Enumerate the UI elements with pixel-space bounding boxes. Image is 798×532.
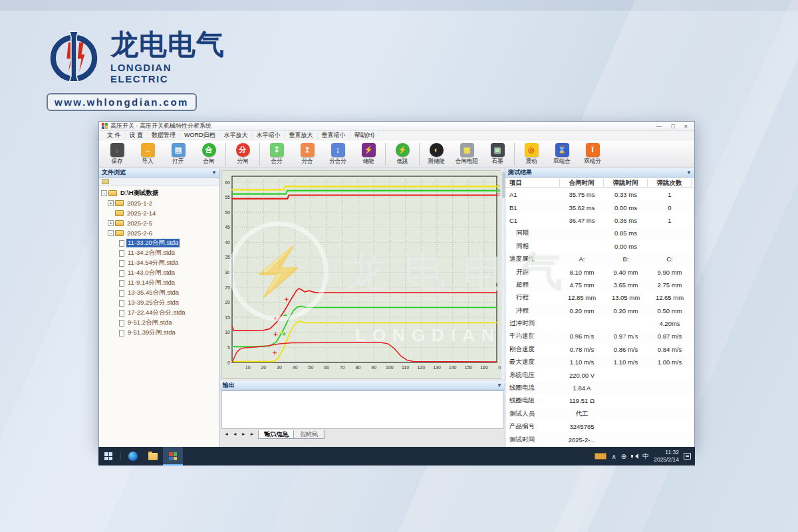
toolbar-button-双端合[interactable]: ⌛双端合: [547, 143, 577, 166]
collapse-icon[interactable]: [108, 210, 114, 216]
tree-folder[interactable]: +2025-1-2: [101, 198, 219, 208]
tree-file[interactable]: 9-51.2合闸.stda: [101, 318, 219, 328]
table-row[interactable]: 线圈电流1.84 A: [505, 382, 694, 394]
row-label: 测试时间: [505, 436, 560, 444]
input-method-indicator[interactable]: 中: [642, 452, 649, 461]
window-titlebar[interactable]: 高压开关 - 高压开关机械特性分析系统 — □ ×: [99, 122, 694, 131]
maximize-button[interactable]: □: [671, 123, 674, 130]
analysis-app-button[interactable]: [163, 447, 183, 466]
table-row[interactable]: 同期0.85 ms: [505, 227, 694, 239]
chevron-down-icon[interactable]: ▼: [686, 170, 692, 176]
tab-断口信息[interactable]: 断口信息: [258, 430, 295, 439]
collapse-icon[interactable]: -: [101, 190, 107, 196]
toolbar-button-震动[interactable]: ◎震动: [516, 143, 547, 166]
tree-file[interactable]: 11-9.14分闸.stda: [101, 278, 219, 288]
toolbar-button-分合[interactable]: ↥分合: [292, 143, 323, 166]
waveform-chart[interactable]: 1020304050607080901001101201301401501600…: [221, 170, 503, 379]
table-row[interactable]: 测试时间2025-2-...: [505, 433, 694, 446]
start-button[interactable]: [98, 447, 118, 466]
table-row[interactable]: 刚合速度0.78 m/s0.86 m/s0.84 m/s: [505, 343, 694, 356]
chevron-down-icon[interactable]: ▼: [211, 170, 217, 176]
tree-file[interactable]: 13-39.25合分.stda: [101, 298, 219, 308]
collapse-icon[interactable]: -: [108, 230, 114, 236]
toolbar-button-label: 分闸: [237, 158, 249, 166]
tree-file[interactable]: 11-43.0合闸.stda: [101, 268, 219, 278]
tree-folder[interactable]: 2025-2-14: [101, 208, 219, 218]
table-row[interactable]: 开距8.10 mm9.40 mm9.90 mm: [505, 265, 694, 278]
tree-file[interactable]: 13-35.45合闸.stda: [101, 288, 219, 298]
table-row[interactable]: 平均速度0.86 m/s0.97 m/s0.87 m/s: [505, 330, 694, 342]
edge-browser-button[interactable]: [123, 447, 143, 466]
menu-item-8[interactable]: 帮助(H): [350, 131, 380, 140]
taskbar-clock[interactable]: 11:32 2025/2/14: [654, 449, 679, 463]
table-row[interactable]: 速度属性A:B:C:: [505, 253, 694, 265]
speaker-icon[interactable]: [631, 453, 638, 460]
network-icon[interactable]: ⊕: [621, 453, 626, 460]
toolbar-button-双端分[interactable]: Ї双端分: [577, 143, 608, 166]
table-row[interactable]: C136.47 ms0.36 ms1: [505, 214, 694, 227]
tab-nav-arrows[interactable]: ◄ ◄ ► ►: [224, 430, 256, 436]
minimize-button[interactable]: —: [656, 123, 662, 130]
table-row[interactable]: 行程12.85 mm13.05 mm12.65 mm: [505, 291, 694, 304]
tree-file-label: 11-33.20合闸.stda: [126, 239, 180, 247]
table-row[interactable]: 过冲时间4.20ms: [505, 317, 694, 330]
file-explorer-button[interactable]: [143, 447, 163, 466]
toolbar-button-分合分[interactable]: ↨分合分: [323, 143, 353, 166]
tree-folder[interactable]: +2025-2-5: [101, 218, 219, 228]
chevron-down-icon[interactable]: ▼: [497, 382, 502, 388]
menu-item-4[interactable]: 水平放大: [220, 131, 253, 140]
toolbar-button-打开[interactable]: ▤打开: [163, 143, 194, 166]
menu-item-5[interactable]: 水平缩小: [253, 131, 285, 140]
table-row[interactable]: 冲程0.20 mm0.20 mm0.50 mm: [505, 305, 694, 317]
menu-item-1[interactable]: 设 置: [126, 131, 148, 140]
toolbar-button-合闸[interactable]: 合合闸: [194, 143, 224, 166]
tree-root[interactable]: -D:\H测试数据: [101, 188, 219, 198]
toolbar-button-保存[interactable]: ↓保存: [102, 143, 132, 166]
tree-file-label: 11-34.54分闸.stda: [126, 259, 180, 267]
table-row[interactable]: 同相0.00 ms: [505, 240, 694, 253]
tree-file[interactable]: 17-22.44分合分.stda: [101, 308, 219, 318]
toolbar-button-导入[interactable]: →导入: [132, 143, 163, 166]
table-row[interactable]: B135.62 ms0.00 ms0: [505, 201, 694, 213]
close-button[interactable]: ×: [684, 123, 688, 130]
toolbar-button-分闸[interactable]: 分分闸: [227, 143, 258, 166]
toolbar-button-合分[interactable]: ↧合分: [261, 143, 292, 166]
notification-center-icon[interactable]: [684, 453, 691, 460]
tree-folder-label: 2025-2-6: [126, 229, 154, 237]
table-row[interactable]: 产品编号3245765: [505, 420, 694, 433]
row-value-c: 9.90 mm: [648, 269, 692, 276]
toolbar-button-合闸电阻[interactable]: ▦合闸电阻: [452, 143, 482, 166]
output-textarea[interactable]: [221, 390, 503, 429]
row-value-a: 0.20 mm: [560, 307, 604, 315]
table-row[interactable]: A135.75 ms0.33 ms1: [505, 188, 694, 201]
svg-text:80: 80: [356, 365, 361, 370]
tree-file-selected[interactable]: 11-33.20合闸.stda: [101, 238, 219, 248]
folder-icon[interactable]: [102, 179, 109, 184]
tray-app-icon[interactable]: [595, 453, 606, 460]
menu-item-0[interactable]: 文 件: [103, 131, 126, 140]
tab-点时间[interactable]: 点时间: [293, 430, 325, 439]
toolbar-button-储能[interactable]: ⚡储能: [353, 143, 384, 166]
tray-chevron-icon[interactable]: ∧: [611, 453, 616, 460]
menu-item-2[interactable]: 数据管理: [148, 131, 180, 140]
toolbar-button-低跳[interactable]: ⚡低跳: [387, 143, 418, 166]
tree-file[interactable]: 9-51.39分闸.stda: [101, 328, 219, 338]
toolbar-button-石墨[interactable]: ▣石墨: [482, 143, 513, 166]
tree-file[interactable]: 11-34.2合闸.stda: [101, 248, 219, 258]
table-row[interactable]: 超程4.75 mm3.65 mm2.75 mm: [505, 279, 694, 291]
menu-item-3[interactable]: WORD归档: [180, 131, 220, 140]
menu-item-6[interactable]: 垂直放大: [285, 131, 318, 140]
toolbar-button-label: 储能: [363, 158, 374, 166]
table-row[interactable]: 线圈电阻119.51 Ω: [505, 394, 694, 407]
expand-icon[interactable]: +: [108, 220, 114, 226]
toolbar-button-测储能[interactable]: ◐测储能: [421, 143, 452, 166]
table-row[interactable]: 最大速度1.10 m/s1.10 m/s1.00 m/s: [505, 356, 694, 368]
expand-icon[interactable]: +: [108, 200, 114, 206]
table-row[interactable]: 测试人员代工: [505, 408, 694, 420]
menu-item-7[interactable]: 垂直缩小: [318, 131, 350, 140]
chart-scrollbar[interactable]: [501, 170, 505, 379]
table-row[interactable]: 系统电压220.00 V: [505, 368, 694, 381]
tree-file[interactable]: 11-34.54分闸.stda: [101, 258, 219, 268]
app-window: 高压开关 - 高压开关机械特性分析系统 — □ × 文 件设 置数据管理WORD…: [98, 121, 695, 447]
tree-folder[interactable]: -2025-2-6: [101, 228, 219, 238]
